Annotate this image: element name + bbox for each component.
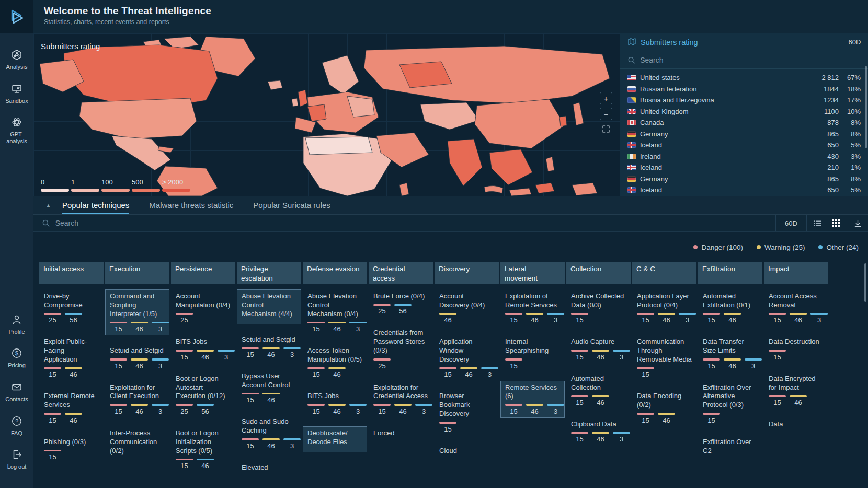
technique-cell[interactable]: Boot or Logon Initialization Scripts (0/… — [171, 426, 235, 472]
technique-cell[interactable]: Data Transfer Size Limits15463 — [698, 335, 762, 372]
country-row[interactable]: Russian federation184418% — [627, 84, 863, 95]
sidebar-item-contacts[interactable]: Contacts — [0, 380, 33, 403]
technique-cell[interactable]: Phishing (0/3)15 — [39, 435, 104, 463]
stat-warning: 46 — [724, 358, 741, 370]
technique-cell[interactable]: Inter-Process Communication (0/2) — [105, 426, 169, 461]
technique-cell[interactable]: Drive-by Compromise2556 — [39, 289, 104, 327]
technique-cell[interactable]: Account Access Removal15463 — [764, 289, 828, 327]
tab-popular-suricata-rules[interactable]: Popular Suricata rules — [253, 196, 330, 214]
technique-cell[interactable]: Exploitation for Credential Access15463 — [369, 381, 433, 418]
stat-other: 3 — [152, 322, 169, 333]
technique-cell[interactable]: Internal Spearphishing15 — [500, 335, 565, 372]
technique-cell[interactable]: Data Encrypted for Impact1546 — [764, 372, 828, 409]
technique-cell[interactable]: Browser Bookmark Discovery15 — [435, 389, 499, 435]
country-row[interactable]: Iceland6505% — [627, 140, 863, 151]
sidebar-item-analysis[interactable]: Analysis — [0, 48, 33, 71]
technique-cell[interactable]: BITS Jobs15463 — [171, 335, 235, 363]
technique-cell[interactable]: Account Manipulation (0/4)25 — [171, 289, 235, 327]
world-map[interactable]: Submitters rating 01100500> 2000 +− — [33, 33, 620, 196]
country-row[interactable]: Iceland6505% — [627, 184, 863, 196]
grid-view-icon[interactable] — [831, 218, 841, 228]
technique-cell[interactable]: Credentials from Password Stores (0/3)25 — [369, 326, 433, 372]
technique-cell[interactable]: BITS Jobs15463 — [303, 389, 367, 417]
list-view-icon[interactable] — [813, 218, 822, 228]
technique-cell[interactable]: Boot or Logon Autostart Execution (0/12)… — [171, 372, 235, 418]
technique-cell[interactable]: Clipboard Data15463 — [566, 417, 631, 446]
technique-cell[interactable]: External Remote Services1546 — [39, 389, 104, 426]
technique-cell[interactable]: Exploitation for Client Execution15463 — [105, 381, 169, 418]
technique-cell[interactable]: Remote Services (6)15463 — [500, 381, 565, 418]
sidebar-item-sandbox[interactable]: Sandbox — [0, 82, 33, 104]
legend-warning[interactable]: Warning (25) — [757, 243, 805, 251]
technique-cell[interactable]: Elevated — [237, 461, 301, 478]
legend-danger[interactable]: Danger (100) — [693, 243, 743, 251]
technique-cell[interactable]: Data Destruction15 — [764, 335, 828, 363]
technique-cell[interactable]: Cloud — [435, 444, 499, 461]
country-row[interactable]: United Kingdom110010% — [627, 106, 863, 118]
stat-value: 56 — [201, 408, 209, 415]
sidebar-item-profile[interactable]: Profile — [0, 313, 33, 335]
logout-icon — [10, 448, 24, 461]
technique-cell[interactable]: Abuse Elevation Control Mechanism (0/4)1… — [303, 289, 367, 335]
techniques-search-input[interactable] — [55, 219, 767, 227]
collapse-arrow-icon[interactable]: ▲ — [46, 203, 51, 208]
technique-cell[interactable]: Data — [764, 417, 828, 435]
sidebar-item-logout[interactable]: Log out — [0, 448, 33, 470]
technique-cell[interactable]: Archive Collected Data (0/3)15 — [566, 289, 631, 327]
tab-popular-techniques[interactable]: Popular techniques — [62, 196, 129, 214]
technique-cell[interactable]: Forced — [369, 426, 433, 444]
sidebar-item-faq[interactable]: ?FAQ — [0, 414, 33, 437]
technique-cell[interactable]: Exploit Public-Facing Application1546 — [39, 335, 104, 381]
technique-cell[interactable]: Setuid and Setgid15463 — [237, 333, 301, 361]
fullscreen-button[interactable] — [600, 123, 612, 136]
stat-danger: 15 — [44, 367, 61, 379]
technique-cell[interactable]: Brute Force (0/4)2556 — [369, 289, 433, 318]
country-row[interactable]: Germany8658% — [627, 173, 863, 185]
technique-stats: 15 — [505, 358, 560, 370]
toolbar-range-button[interactable]: 60D — [775, 215, 806, 231]
tab-malware-threats-statistic[interactable]: Malware threats statistic — [149, 196, 233, 214]
technique-cell[interactable]: Account Discovery (0/4)46 — [435, 289, 499, 327]
stat-other: 3 — [415, 404, 432, 415]
sidebar-item-pricing[interactable]: $Pricing — [0, 346, 33, 369]
panel-scrollbar[interactable] — [865, 66, 867, 148]
country-value: 650 — [808, 186, 839, 194]
country-row[interactable]: United states2 81267% — [627, 72, 863, 84]
technique-cell[interactable]: Exfiltration Over Alternative Protocol (… — [698, 381, 762, 427]
technique-cell[interactable]: Command and Scripting Interpreter (1/5)1… — [105, 289, 169, 335]
technique-cell[interactable]: Audio Capture15463 — [566, 335, 631, 363]
country-row[interactable]: Ireland4303% — [627, 151, 863, 162]
zoom-in-button[interactable]: + — [600, 92, 612, 104]
stat-bar-warning — [262, 347, 280, 350]
technique-cell[interactable]: Communication Through Removable Media15 — [632, 335, 696, 381]
technique-cell[interactable]: Access Token Manipulation (0/5)1546 — [303, 344, 367, 381]
country-row[interactable]: Bosnia and Herzegovina123417% — [627, 95, 863, 106]
download-button[interactable] — [847, 215, 868, 231]
technique-cell[interactable]: Exploitation of Remote Services15463 — [500, 289, 565, 327]
country-row[interactable]: Germany8658% — [627, 129, 863, 140]
technique-cell[interactable]: Automated Collection1546 — [566, 372, 631, 409]
stat-danger: 15 — [505, 358, 522, 370]
country-row[interactable]: Canada8788% — [627, 117, 863, 129]
technique-cell[interactable]: Application Window Discovery15463 — [435, 335, 499, 381]
stat-bar-danger — [439, 367, 456, 369]
technique-cell[interactable]: Abuse Elevation Control Mechanism (4/4) — [237, 289, 301, 324]
technique-cell[interactable]: Automated Exfiltration (0/1)1546 — [698, 289, 762, 327]
technique-cell[interactable]: Deobfuscate/ Decode Files — [303, 426, 367, 452]
panel-search-input[interactable] — [640, 56, 861, 64]
zoom-out-button[interactable]: − — [600, 108, 612, 120]
sidebar-item-gpt[interactable]: GPT-analysis — [0, 115, 33, 144]
technique-cell[interactable]: Bypass User Account Control1546 — [237, 369, 301, 406]
app-logo[interactable] — [0, 0, 33, 33]
country-row[interactable]: Iceland2101% — [627, 162, 863, 173]
panel-range-button[interactable]: 60D — [841, 33, 868, 51]
technique-cell[interactable]: Sudo and Sudo Caching15463 — [237, 415, 301, 452]
technique-cell[interactable]: Application Layer Protocol (0/4)15463 — [632, 289, 696, 327]
matrix-scrollbar[interactable] — [864, 263, 866, 302]
matrix-column-header: Initial access — [39, 262, 104, 284]
technique-cell[interactable]: Setuid and Setgid15463 — [105, 344, 169, 372]
download-icon — [853, 219, 862, 228]
legend-other[interactable]: Other (24) — [818, 243, 859, 251]
technique-cell[interactable]: Exfiltration Over C2 — [698, 435, 762, 461]
technique-cell[interactable]: Data Encoding (0/2)1546 — [632, 389, 696, 426]
